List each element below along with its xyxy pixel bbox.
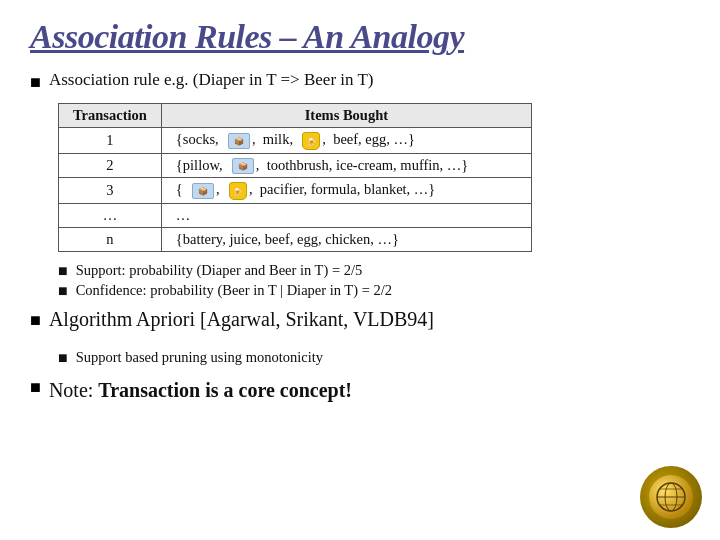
note-bullet-section: ■ Note: Transaction is a core concept!: [30, 375, 690, 402]
table-row: n {battery, juice, beef, egg, chicken, ……: [59, 228, 532, 252]
note-bullet-dot: ■: [30, 377, 41, 398]
diaper-icon-3: 📦: [192, 183, 214, 199]
items-dots: …: [161, 204, 531, 228]
sub-bullet-dot-2: ■: [58, 282, 68, 300]
algorithm-sub-bullet-1: ■ Support based pruning using monotonici…: [58, 349, 690, 367]
table-row: 2 {pillow, 📦, toothbrush, ice-cream, muf…: [59, 153, 532, 178]
page: Association Rules – An Analogy ■ Associa…: [0, 0, 720, 540]
algorithm-sub-bullet-dot: ■: [58, 349, 68, 367]
table-container: Transaction Items Bought 1 {socks, 📦, mi…: [58, 103, 690, 252]
note-prefix: Note:: [49, 379, 98, 401]
diaper-icon-1: 📦: [228, 133, 250, 149]
sub-bullets-container: ■ Support: probability (Diaper and Beer …: [58, 262, 690, 300]
table-row: 1 {socks, 📦, milk, 🍺, beef, egg, …}: [59, 128, 532, 154]
note-bold-text: Transaction is a core concept!: [98, 379, 352, 401]
transaction-id-dots: …: [59, 204, 162, 228]
beer-icon-3: 🍺: [229, 182, 247, 200]
logo-svg: [655, 481, 687, 513]
table-row: 3 { 📦, 🍺, pacifier, formula, blanket, …}: [59, 178, 532, 204]
items-1: {socks, 📦, milk, 🍺, beef, egg, …}: [161, 128, 531, 154]
transaction-id-n: n: [59, 228, 162, 252]
algorithm-bullet-section: ■ Algorithm Apriori [Agarwal, Srikant, V…: [30, 308, 690, 339]
items-3: { 📦, 🍺, pacifier, formula, blanket, …}: [161, 178, 531, 204]
algorithm-bullet-dot: ■: [30, 310, 41, 331]
transaction-table: Transaction Items Bought 1 {socks, 📦, mi…: [58, 103, 532, 252]
transaction-id-2: 2: [59, 153, 162, 178]
main-bullet-text: Association rule e.g. (Diaper in T => Be…: [49, 70, 374, 90]
transaction-id-1: 1: [59, 128, 162, 154]
col-transaction-header: Transaction: [59, 104, 162, 128]
logo-badge: [640, 466, 702, 528]
sub-bullet-text-1: Support: probability (Diaper and Beer in…: [76, 262, 363, 279]
transaction-id-3: 3: [59, 178, 162, 204]
main-bullet-section: ■ Association rule e.g. (Diaper in T => …: [30, 70, 690, 93]
main-bullet-dot: ■: [30, 72, 41, 93]
algorithm-sub-bullets: ■ Support based pruning using monotonici…: [58, 349, 690, 367]
items-n: {battery, juice, beef, egg, chicken, …}: [161, 228, 531, 252]
diaper-icon-2: 📦: [232, 158, 254, 174]
sub-bullet-1: ■ Support: probability (Diaper and Beer …: [58, 262, 690, 280]
beer-icon-1: 🍺: [302, 132, 320, 150]
sub-bullet-text-2: Confidence: probability (Beer in T | Dia…: [76, 282, 392, 299]
table-row: … …: [59, 204, 532, 228]
sub-bullet-2: ■ Confidence: probability (Beer in T | D…: [58, 282, 690, 300]
logo-inner: [649, 475, 693, 519]
note-line: Note: Transaction is a core concept!: [49, 379, 352, 402]
sub-bullet-dot-1: ■: [58, 262, 68, 280]
algorithm-line-text: Algorithm Apriori [Agarwal, Srikant, VLD…: [49, 308, 434, 331]
algorithm-sub-bullet-text: Support based pruning using monotonicity: [76, 349, 323, 366]
page-title: Association Rules – An Analogy: [30, 18, 690, 56]
items-2: {pillow, 📦, toothbrush, ice-cream, muffi…: [161, 153, 531, 178]
col-items-header: Items Bought: [161, 104, 531, 128]
